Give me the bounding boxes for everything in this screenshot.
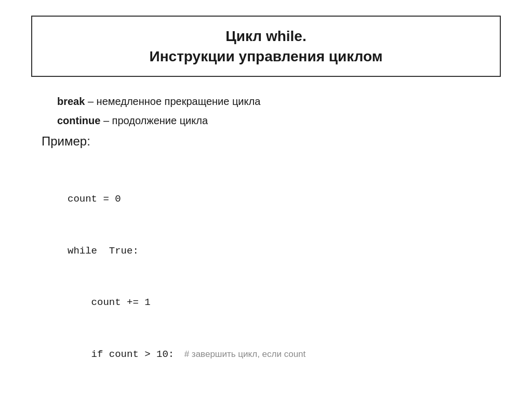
example-label: Пример: xyxy=(42,134,501,149)
code-block: count = 0 while True: count += 1 if coun… xyxy=(42,156,501,399)
code-line-3: count += 1 xyxy=(68,294,501,311)
code-while: while True: xyxy=(68,243,139,260)
code-line-4: if count > 10: # завершить цикл, если co… xyxy=(68,346,501,363)
main-content: break – немедленное прекращение цикла co… xyxy=(31,96,501,399)
code-line-1: count = 0 xyxy=(68,191,501,208)
code-if-count-gt10: if count > 10: xyxy=(68,346,174,363)
code-count-increment: count += 1 xyxy=(68,294,151,311)
page-title: Цикл while. Инструкции управления циклом xyxy=(43,26,489,66)
definition-break: break – немедленное прекращение цикла xyxy=(42,96,501,108)
definition-continue-text: – продолжение цикла xyxy=(103,115,208,126)
code-comment-4: # завершить цикл, если count xyxy=(179,347,305,362)
title-box: Цикл while. Инструкции управления циклом xyxy=(31,16,501,77)
keyword-continue: continue xyxy=(57,115,100,126)
code-count-init: count = 0 xyxy=(68,191,121,208)
definition-break-text: – немедленное прекращение цикла xyxy=(88,96,260,107)
definition-continue: continue – продолжение цикла xyxy=(42,115,501,127)
code-line-2: while True: xyxy=(68,243,501,260)
keyword-break: break xyxy=(57,96,85,107)
